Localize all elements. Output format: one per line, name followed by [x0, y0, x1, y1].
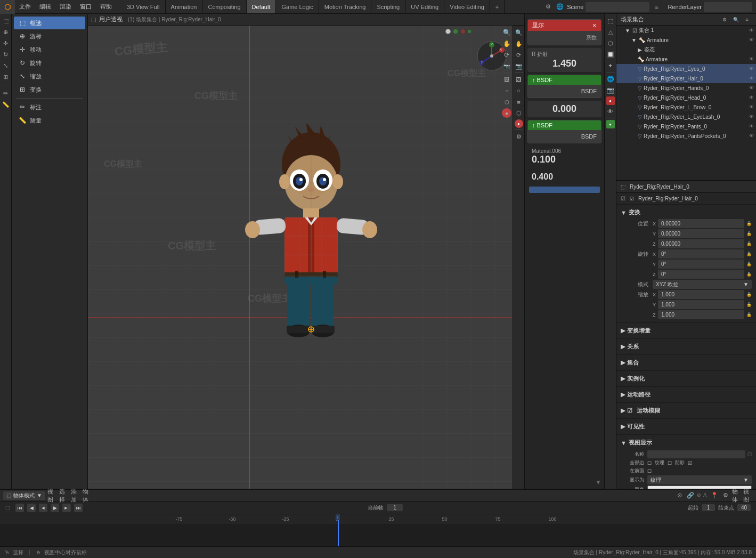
tl-obj-label[interactable]: 物体	[83, 491, 92, 500]
ol-pantspockets-eye[interactable]: 👁	[749, 133, 754, 139]
vrs-render[interactable]: ●	[515, 119, 523, 128]
ris-col[interactable]: ●	[606, 120, 615, 128]
search-input[interactable]	[586, 2, 649, 12]
ris-view[interactable]: 👁	[606, 107, 615, 116]
ol-col-eye[interactable]: 👁	[749, 28, 754, 33]
pos-z-field[interactable]: 0.00000	[658, 239, 744, 248]
scale-x-field[interactable]: 1.000	[658, 290, 744, 299]
blender-logo[interactable]: ⬡	[0, 0, 15, 14]
prev-frame-btn[interactable]: ◀	[27, 504, 36, 512]
ol-item-collection[interactable]: ▼ ☑ 集合 1 👁	[616, 26, 756, 35]
next-frame-btn[interactable]: ►|	[62, 504, 71, 512]
transform-icon[interactable]: ⊞	[1, 72, 11, 82]
scale-z-field[interactable]: 1.000	[658, 310, 744, 319]
start-frame-field[interactable]: 1	[702, 504, 715, 511]
ol-hair[interactable]: ▽ Ryder_Rig:Ryder_Hair_0 👁	[616, 74, 756, 83]
ris-mat[interactable]: ⬡	[606, 38, 615, 48]
rot-y-lock[interactable]: 🔒	[746, 262, 752, 266]
ol-lbrow[interactable]: ▽ Ryder_Rig:Ryder_L_Brow_0 👁	[616, 102, 756, 112]
vd-name-checkbox[interactable]: ☐	[747, 452, 752, 457]
pos-z-lock[interactable]: 🔒	[746, 241, 752, 246]
ol-hands[interactable]: ▽ Ryder_Rig:Ryder_Hands_0 👁	[616, 83, 756, 93]
tl-markers-icon[interactable]: 📍	[710, 491, 719, 500]
scale-icon[interactable]: ⤡	[1, 61, 11, 70]
tool-scale[interactable]: ⤡ 缩放	[14, 70, 85, 83]
motionblur-header[interactable]: ▶ ☑ 运动模糊	[621, 405, 752, 416]
ol-eyes[interactable]: ▽ Ryder_Rig:Ryder_Eyes_0 👁	[616, 64, 756, 74]
zoom-icon[interactable]: 🔍	[502, 28, 511, 37]
tl-select-label[interactable]: 选择	[59, 491, 69, 500]
ris-obj[interactable]: ⬚	[606, 16, 615, 26]
tl-view-icon[interactable]: 视图	[743, 491, 753, 500]
scroll-down[interactable]: ▼	[595, 479, 601, 486]
mat-icon[interactable]: ⬡	[502, 97, 511, 107]
measure-icon[interactable]: 📏	[1, 100, 11, 109]
tab-default[interactable]: Default	[247, 0, 277, 13]
tab-scripting[interactable]: Scripting	[371, 0, 405, 13]
tl-magnet-icon[interactable]: 🔗	[686, 491, 695, 500]
ol-filter[interactable]: ⚙	[720, 15, 729, 25]
ol-leyelash-eye[interactable]: 👁	[749, 114, 754, 119]
motionpath-header[interactable]: ▶ 运动路径	[621, 389, 752, 400]
vd-displayas-dropdown[interactable]: 纹理 ▼	[647, 475, 752, 484]
cursor-icon[interactable]: ⊕	[1, 27, 11, 37]
tool-move[interactable]: ✛ 移动	[14, 43, 85, 56]
rot-x-lock[interactable]: 🔒	[746, 252, 752, 256]
hand-icon[interactable]: ✋	[502, 39, 511, 48]
rot-x-field[interactable]: 0°	[658, 249, 744, 258]
current-frame-field[interactable]: 1	[387, 504, 403, 511]
tab-add[interactable]: +	[490, 0, 505, 13]
ol-pants-eye[interactable]: 👁	[749, 124, 754, 129]
tool-annotate[interactable]: ✏ 标注	[14, 101, 85, 114]
orbit-icon[interactable]: ⟳	[502, 50, 511, 60]
scale-z-lock[interactable]: 🔒	[746, 312, 752, 317]
vrs-img[interactable]: 🖼	[514, 75, 524, 84]
transform-header[interactable]: ▼ 变换	[621, 207, 752, 218]
pos-y-field[interactable]: 0.00000	[658, 229, 744, 238]
ol-leyelash[interactable]: ▽ Ryder_Rig:Ryder_L_EyeLash_0 👁	[616, 112, 756, 122]
globe-icon[interactable]: 🌐	[555, 2, 565, 12]
ol-armature[interactable]: ▼ 🦴 Armature 👁	[616, 35, 756, 45]
end-frame-field[interactable]: 40	[737, 504, 751, 511]
tab-3dviewfull[interactable]: 3D View Full	[121, 0, 166, 13]
vrs-cam[interactable]: 📷	[514, 61, 524, 71]
ol-sort[interactable]: ≡	[742, 15, 752, 25]
ol-eyes-eye[interactable]: 👁	[749, 66, 754, 71]
node1-close[interactable]: ✕	[592, 23, 597, 28]
menu-help[interactable]: 帮助	[96, 0, 116, 13]
vd-infront-check[interactable]: ☐	[647, 468, 652, 474]
rendered-icon[interactable]: ●	[502, 108, 511, 118]
scale-y-lock[interactable]: 🔒	[746, 302, 752, 307]
props-active-ckbox[interactable]: ☑	[630, 196, 634, 201]
ris-part[interactable]: ✦	[606, 61, 615, 70]
renderlayer-search[interactable]	[704, 2, 752, 12]
move-icon[interactable]: ✛	[1, 38, 11, 48]
ol-pose[interactable]: ▶ 姿态	[616, 45, 756, 54]
tl-mode-icon[interactable]: 物体	[732, 491, 742, 500]
viewport-mode-icon[interactable]: ⬚	[91, 17, 96, 22]
ol-pantspockets[interactable]: ▽ Ryder_Rig:Ryder_PantsPockets_0 👁	[616, 131, 756, 141]
vrs-mat[interactable]: ⬡	[514, 108, 524, 118]
ris-output[interactable]: ●	[606, 96, 615, 105]
tab-videoediting[interactable]: Video Editing	[444, 0, 490, 13]
menu-render[interactable]: 渲染	[55, 0, 76, 13]
value-display-2[interactable]: 0.000	[532, 103, 597, 115]
ol-arm2[interactable]: 🦴 Armature 👁	[616, 54, 756, 64]
ris-render[interactable]: 📷	[606, 85, 615, 95]
vrs-solid[interactable]: ■	[514, 97, 524, 107]
viewport-canvas[interactable]: CG模型主 CG模型主 CG模型主 CG模型主 CG模型主 CG模型主	[88, 26, 513, 489]
jump-start-btn[interactable]: ⏮	[15, 504, 24, 512]
ol-hair-eye[interactable]: 👁	[749, 76, 754, 81]
sphere-icon[interactable]: ○	[502, 86, 511, 95]
tool-transform[interactable]: ⊞ 变换	[14, 83, 85, 96]
ol-arm-eye[interactable]: 👁	[749, 37, 754, 43]
tab-animation[interactable]: Animation	[166, 0, 203, 13]
pos-x-field[interactable]: 0.00000	[658, 219, 744, 228]
viewdisplay-header[interactable]: ▼ 视图显示	[621, 437, 752, 448]
play-reverse-btn[interactable]: ◄	[39, 504, 47, 512]
vd-shadow-check[interactable]: ☑	[688, 460, 692, 466]
ol-hands-eye[interactable]: 👁	[749, 85, 754, 91]
tab-uvediting[interactable]: UV Editing	[405, 0, 444, 13]
vrs-zoom[interactable]: 🔍	[514, 28, 524, 37]
vd-texture-check[interactable]: ☐	[668, 460, 672, 466]
